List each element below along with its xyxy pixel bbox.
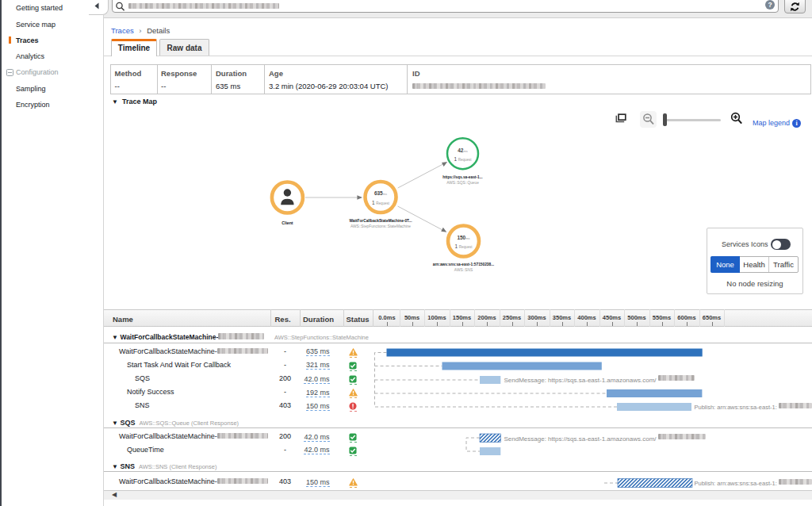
svg-text:Publish: arn:aws:sns:sa-east-1: Publish: arn:aws:sns:sa-east-1:	[695, 404, 777, 411]
svg-text:WaitForCallbackStateMachine-0T: WaitForCallbackStateMachine-0T...	[350, 219, 412, 223]
svg-text:635ms: 635ms	[374, 190, 387, 196]
svg-text:SendMessage: https://sqs.sa-ea: SendMessage: https://sqs.sa-east-1.amazo…	[504, 377, 657, 384]
svg-text:AWS::SNS: AWS::SNS	[454, 268, 473, 272]
svg-text:AWS::StepFunctions::StateMachi: AWS::StepFunctions::StateMachine	[350, 224, 411, 228]
svg-text:42ms: 42ms	[458, 148, 468, 153]
svg-text:Client: Client	[282, 220, 293, 225]
svg-text:1 Request: 1 Request	[454, 156, 472, 162]
svg-text:AWS::SQS::Queue: AWS::SQS::Queue	[446, 181, 479, 185]
svg-text:150ms: 150ms	[457, 235, 469, 240]
svg-text:1 Request: 1 Request	[454, 243, 473, 249]
svg-text:arn:aws:sns:sa-east-1:57150238: arn:aws:sns:sa-east-1:57150238...	[433, 263, 494, 266]
svg-text:https://sqs.sa-east-1...: https://sqs.sa-east-1...	[442, 175, 482, 179]
svg-text:Publish: arn:aws:sns:sa-east-1: Publish: arn:aws:sns:sa-east-1:	[695, 480, 777, 487]
svg-text:SendMessage: https://sqs.sa-ea: SendMessage: https://sqs.sa-east-1.amazo…	[504, 435, 657, 443]
svg-text:1 Request: 1 Request	[372, 200, 390, 205]
